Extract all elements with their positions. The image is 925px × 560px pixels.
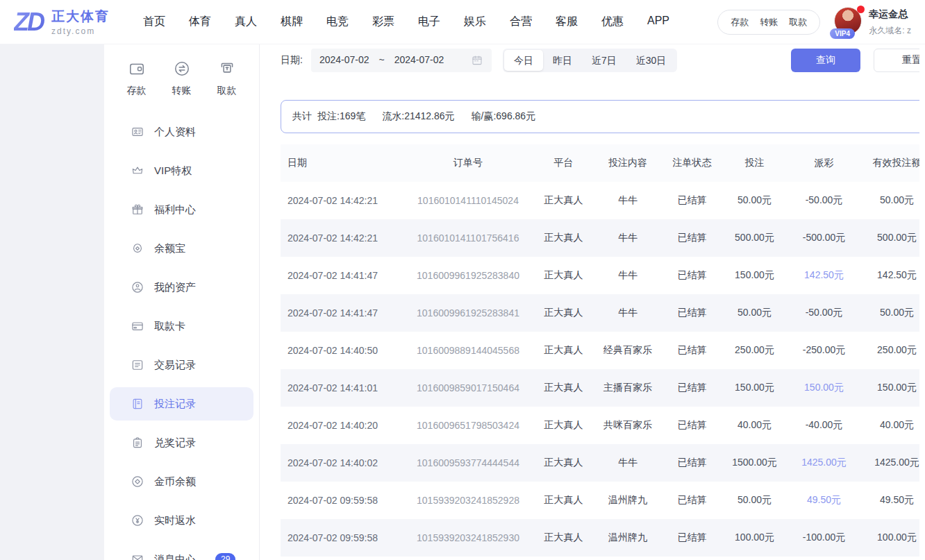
sidebar-item-transactions[interactable]: 交易记录: [110, 348, 253, 382]
table-cell: 已结算: [662, 332, 722, 369]
sidebar-menu-item: 福利中心: [104, 190, 259, 229]
table-cell: 2024-07-02 09:59:58: [281, 519, 402, 557]
quick-action-withdraw[interactable]: 取款: [217, 60, 237, 97]
quick-action-deposit[interactable]: 存款: [127, 60, 147, 97]
user-box[interactable]: VIP4 幸运金总 永久域名: z: [834, 7, 911, 37]
quick-range-option[interactable]: 今日: [504, 50, 543, 71]
sidebar-menu-item: 投注记录: [104, 384, 259, 423]
table-cell: 1016009961925283841: [402, 294, 534, 332]
sidebar-menu-item: 消息中心29: [104, 540, 259, 560]
table-cell: 1016010141110145024: [402, 182, 534, 219]
table-cell: 已结算: [662, 482, 722, 519]
sidebar-item-welfare[interactable]: 福利中心: [110, 193, 253, 226]
sidebar-item-label: 我的资产: [154, 281, 196, 294]
table-cell: 温州牌九: [593, 482, 662, 519]
sidebar-menu-item: 个人资料: [104, 112, 259, 151]
table-cell: 正大真人: [534, 257, 593, 294]
summary-bets: 投注:169笔: [317, 110, 365, 123]
date-quick-ranges: 今日昨日近7日近30日: [503, 49, 677, 72]
table-row: 2024-07-02 09:59:581015939203241852930正大…: [281, 519, 925, 557]
sidebar-item-label: 个人资料: [154, 126, 196, 139]
date-range-input[interactable]: 2024-07-02 ~ 2024-07-02: [311, 49, 492, 72]
table-cell: 牛牛: [593, 257, 662, 294]
reset-button[interactable]: 重置: [874, 49, 925, 72]
table-cell: 正大真人: [534, 407, 593, 444]
quick-range-option[interactable]: 近7日: [582, 50, 626, 71]
table-cell: 已结算: [662, 294, 722, 332]
table-cell: 2024-07-02 14:41:47: [281, 257, 402, 294]
brand-domain: zdty.com: [51, 26, 110, 36]
transfer-icon: [173, 60, 191, 78]
column-header: 平台: [534, 144, 593, 182]
nav-item[interactable]: 体育: [189, 15, 211, 29]
wallet-link-transfer[interactable]: 转账: [760, 16, 778, 28]
column-header: 日期: [281, 144, 402, 182]
table-cell: 50.00元: [860, 182, 925, 219]
sidebar-quick-actions: 存款转账取款: [104, 60, 259, 97]
main-nav: 首页体育真人棋牌电竞彩票电子娱乐合营客服优惠APP: [143, 15, 669, 29]
sidebar-item-messages[interactable]: 消息中心29: [110, 543, 253, 560]
table-cell: 250.00元: [722, 332, 788, 369]
wallet-link-deposit[interactable]: 存款: [731, 16, 749, 28]
sidebar-item-assets[interactable]: 我的资产: [110, 271, 253, 304]
sidebar-item-bet-records[interactable]: 投注记录: [110, 387, 253, 421]
table-cell: 2024-07-02 14:40:50: [281, 332, 402, 369]
mail-icon: [131, 552, 144, 560]
summary-bar: 共计 投注:169笔 流水:21412.86元 输/赢:696.86元: [281, 100, 925, 133]
table-cell: 2024-07-02 14:40:02: [281, 444, 402, 482]
table-cell: 1015939203241852930: [402, 519, 534, 557]
crown-icon: [131, 164, 144, 178]
table-cell: 1016009961925283840: [402, 257, 534, 294]
scrollbar[interactable]: [919, 44, 925, 560]
sidebar-menu-item: 实时返水: [104, 501, 259, 540]
sidebar-menu-item: 取款卡: [104, 307, 259, 346]
filter-row: 日期: 2024-07-02 ~ 2024-07-02 今日昨日近7日近30日 …: [281, 49, 925, 72]
sidebar-item-yuebao[interactable]: 余额宝: [110, 232, 253, 265]
table-cell: 2024-07-02 14:41:01: [281, 369, 402, 407]
brand-name: 正大体育: [51, 8, 110, 26]
table-cell: 已结算: [662, 519, 722, 557]
table-cell: 牛牛: [593, 294, 662, 332]
quick-range-option[interactable]: 近30日: [626, 50, 676, 71]
table-cell: 100.00元: [722, 519, 788, 557]
table-cell: 已结算: [662, 182, 722, 219]
table-cell: 正大真人: [534, 182, 593, 219]
nav-item[interactable]: 电子: [418, 15, 440, 29]
quick-range-option[interactable]: 昨日: [543, 50, 582, 71]
search-button[interactable]: 查询: [791, 49, 860, 72]
sidebar-item-redeem-records[interactable]: 兑奖记录: [110, 426, 253, 459]
nav-item[interactable]: 娱乐: [464, 15, 486, 29]
nav-item[interactable]: 棋牌: [281, 15, 303, 29]
nav-item[interactable]: 首页: [143, 15, 165, 29]
bank-card-icon: [131, 319, 144, 333]
table-cell: 经典百家乐: [593, 332, 662, 369]
nav-item[interactable]: 电竞: [326, 15, 349, 29]
sidebar-menu-item: 兑奖记录: [104, 423, 259, 462]
sidebar-item-label: 取款卡: [154, 320, 185, 333]
calendar-icon: [471, 54, 483, 67]
sidebar-item-vip[interactable]: VIP特权: [110, 154, 253, 187]
table-cell: 49.50元: [860, 482, 925, 519]
nav-item[interactable]: 合营: [510, 15, 532, 29]
nav-item[interactable]: 真人: [235, 15, 257, 29]
nav-item[interactable]: 优惠: [601, 15, 624, 29]
quick-action-label: 转账: [172, 85, 192, 97]
table-row: 2024-07-02 14:40:501016009889144045568正大…: [281, 332, 925, 369]
table-cell: 150.00元: [860, 369, 925, 407]
table-cell: 2024-07-02 14:40:20: [281, 407, 402, 444]
nav-item[interactable]: 彩票: [372, 15, 394, 29]
sidebar-item-withdraw-card[interactable]: 取款卡: [110, 309, 253, 343]
nav-item[interactable]: 客服: [556, 15, 578, 29]
table-cell: 1016009859017150464: [402, 369, 534, 407]
table-cell: -50.00元: [788, 294, 860, 332]
brand-logo[interactable]: ZD 正大体育 zdty.com: [14, 8, 110, 36]
nav-item[interactable]: APP: [647, 15, 669, 29]
quick-action-transfer[interactable]: 转账: [172, 60, 192, 97]
sidebar-item-coin-balance[interactable]: 金币余额: [110, 465, 253, 498]
wallet-link-withdraw[interactable]: 取款: [789, 16, 807, 28]
sidebar-item-rebate[interactable]: 实时返水: [110, 504, 253, 537]
summary-prefix: 共计: [292, 110, 312, 123]
user-name: 幸运金总: [869, 8, 911, 21]
sidebar-item-profile[interactable]: 个人资料: [110, 115, 253, 149]
table-cell: 150.00元: [788, 369, 860, 407]
